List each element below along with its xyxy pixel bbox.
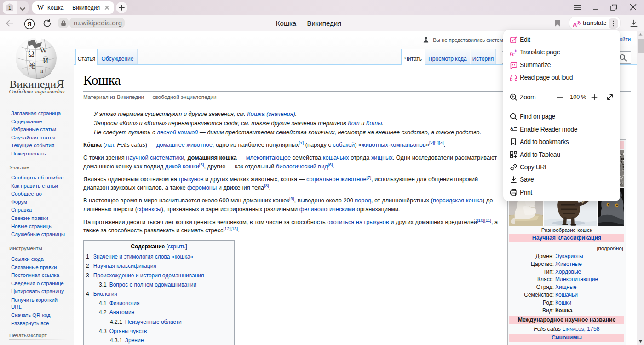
svg-text:维: 维 [29, 63, 35, 69]
svg-text:И: И [43, 57, 48, 65]
svg-text:ñ: ñ [40, 68, 43, 74]
svg-text:あ: あ [577, 20, 581, 25]
svg-text:Ω: Ω [28, 49, 34, 58]
svg-text:Я: Я [27, 21, 31, 28]
svg-text:A: A [510, 126, 513, 130]
svg-text:W: W [40, 46, 47, 54]
